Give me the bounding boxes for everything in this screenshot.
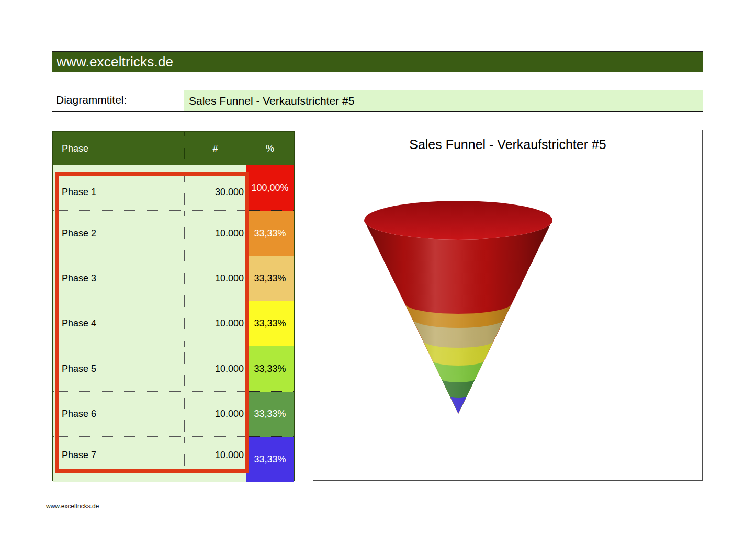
percent-cell[interactable]: 33,33% <box>246 301 294 346</box>
diagram-title-label: Diagrammtitel: <box>56 94 127 106</box>
data-table: Phase # % Phase 1 30.000 Phase 2 10.000 … <box>52 131 295 481</box>
percent-cell[interactable]: 33,33% <box>246 346 294 392</box>
table-header-row: Phase # % <box>53 132 294 165</box>
percent-cell[interactable]: 33,33% <box>246 256 294 301</box>
footer-url: www.exceltricks.de <box>46 503 99 510</box>
cone-top-rim <box>364 201 552 240</box>
diagram-title-cell[interactable]: Sales Funnel - Verkaufstrichter #5 <box>184 90 703 112</box>
diagram-title-value: Sales Funnel - Verkaufstrichter #5 <box>184 90 703 112</box>
percent-column: 100,00% 33,33% 33,33% 33,33% 33,33% 33,3… <box>246 165 294 482</box>
title-underline <box>52 111 703 112</box>
header-cell-phase[interactable]: Phase <box>53 132 184 165</box>
brand-banner: www.exceltricks.de <box>52 51 703 72</box>
percent-cell[interactable]: 33,33% <box>246 392 294 437</box>
chart-title: Sales Funnel - Verkaufstrichter #5 <box>313 137 702 152</box>
selection-range-border[interactable] <box>55 172 249 473</box>
chart-panel[interactable]: Sales Funnel - Verkaufstrichter #5 <box>313 130 703 481</box>
header-cell-percent[interactable]: % <box>246 132 294 165</box>
header-cell-count[interactable]: # <box>184 132 246 165</box>
funnel-chart <box>313 130 703 481</box>
brand-banner-text: www.exceltricks.de <box>52 52 703 72</box>
percent-cell[interactable]: 33,33% <box>246 437 294 482</box>
percent-cell[interactable]: 33,33% <box>246 211 294 256</box>
spacer-row <box>53 473 246 482</box>
worksheet: www.exceltricks.de Diagrammtitel: Sales … <box>0 0 756 534</box>
percent-cell[interactable]: 100,00% <box>246 165 294 211</box>
